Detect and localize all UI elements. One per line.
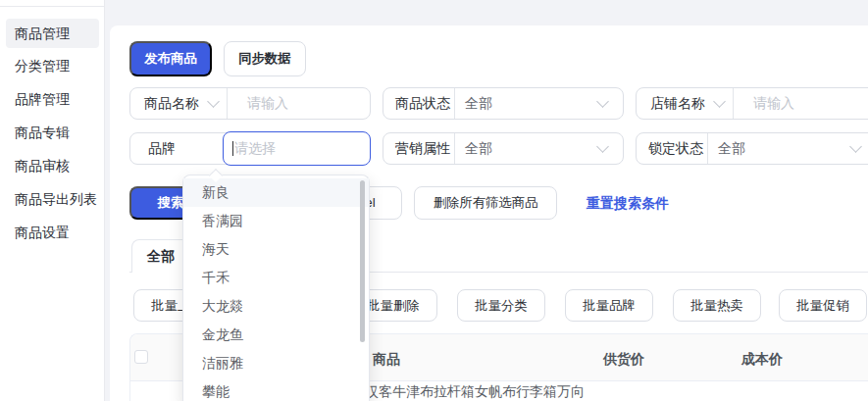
- brand-option[interactable]: 洁丽雅: [183, 349, 369, 377]
- filter-label: 锁定状态: [637, 140, 707, 158]
- column-header-supply-price: 供货价: [603, 351, 644, 369]
- filter-label: 店铺名称: [650, 95, 705, 113]
- sidebar-item-product-album[interactable]: 商品专辑: [6, 118, 99, 147]
- text-caret: [232, 141, 233, 156]
- sidebar-item-product-management[interactable]: 商品管理: [6, 19, 99, 48]
- marketing-select-value[interactable]: 全部: [455, 140, 492, 158]
- batch-promotion-button[interactable]: 批量促销: [779, 289, 867, 322]
- batch-hot-sale-button[interactable]: 批量热卖: [673, 289, 761, 322]
- batch-category-button[interactable]: 批量分类: [457, 289, 545, 322]
- sidebar-item-product-export-list[interactable]: 商品导出列表: [6, 184, 99, 214]
- brand-option[interactable]: 海天: [183, 235, 369, 264]
- brand-option[interactable]: 千禾: [183, 264, 369, 292]
- chevron-down-icon: [849, 140, 862, 153]
- brand-dropdown-menu: 新良 香满园 海天 千禾 大龙燚 金龙鱼 洁丽雅 攀能: [182, 175, 370, 401]
- chevron-down-icon: [713, 95, 726, 108]
- sync-data-button[interactable]: 同步数据: [224, 41, 306, 76]
- chevron-down-icon: [207, 95, 220, 108]
- sidebar-item-category-management[interactable]: 分类管理: [6, 51, 99, 80]
- chevron-down-icon: [596, 140, 609, 153]
- column-header-product: 商品: [373, 351, 400, 369]
- publish-product-button[interactable]: 发布商品: [129, 41, 212, 76]
- filter-product-status[interactable]: 商品状态 全部: [383, 87, 624, 120]
- batch-brand-button[interactable]: 批量品牌: [565, 289, 653, 322]
- filter-label: 商品状态: [383, 95, 454, 113]
- sidebar-item-product-settings[interactable]: 商品设置: [6, 218, 99, 247]
- filter-label: 营销属性: [383, 140, 454, 158]
- sidebar: 商品管理 分类管理 品牌管理 商品专辑 商品审核 商品导出列表 商品设置: [0, 0, 105, 401]
- sidebar-top-divider: [0, 6, 104, 7]
- brand-placeholder: 请选择: [234, 140, 276, 158]
- product-name-input[interactable]: 请输入: [228, 95, 288, 113]
- reset-search-link[interactable]: 重置搜索条件: [587, 195, 669, 213]
- brand-select-input[interactable]: 请选择: [223, 131, 371, 166]
- chevron-down-icon: [596, 95, 609, 108]
- filter-product-name[interactable]: 商品名称 请输入: [129, 87, 371, 120]
- product-name-field-select[interactable]: 商品名称: [130, 95, 227, 113]
- brand-option[interactable]: 攀能: [183, 377, 369, 401]
- dropdown-scrollbar-thumb[interactable]: [360, 180, 365, 342]
- filter-label: 商品名称: [144, 95, 199, 113]
- shop-name-field-select[interactable]: 店铺名称: [637, 95, 733, 113]
- brand-option[interactable]: 新良: [183, 178, 369, 207]
- lock-status-select-value[interactable]: 全部: [708, 140, 745, 158]
- product-status-select-value[interactable]: 全部: [455, 95, 492, 113]
- brand-option[interactable]: 香满园: [183, 207, 369, 235]
- tab-all[interactable]: 全部: [131, 239, 190, 273]
- brand-option[interactable]: 大龙燚: [183, 292, 369, 321]
- sidebar-item-product-review[interactable]: 商品审核: [6, 151, 99, 180]
- brand-option[interactable]: 金龙鱼: [183, 321, 369, 349]
- sidebar-item-brand-management[interactable]: 品牌管理: [6, 84, 99, 114]
- product-management-page: 商品管理 分类管理 品牌管理 商品专辑 商品审核 商品导出列表 商品设置 发布商…: [0, 0, 868, 401]
- filter-shop-name[interactable]: 店铺名称 请输入: [636, 87, 868, 120]
- filter-label: 品牌: [130, 140, 176, 158]
- column-header-cost-price: 成本价: [741, 351, 783, 369]
- shop-name-input[interactable]: 请输入: [734, 95, 794, 113]
- filter-marketing-attribute[interactable]: 营销属性 全部: [383, 132, 624, 165]
- table-row-product-name: 汉客牛津布拉杆箱女帆布行李箱万向: [365, 383, 585, 401]
- filter-lock-status[interactable]: 锁定状态 全部: [636, 132, 868, 165]
- delete-filtered-products-button[interactable]: 删除所有筛选商品: [414, 186, 557, 220]
- select-all-checkbox[interactable]: [134, 350, 148, 364]
